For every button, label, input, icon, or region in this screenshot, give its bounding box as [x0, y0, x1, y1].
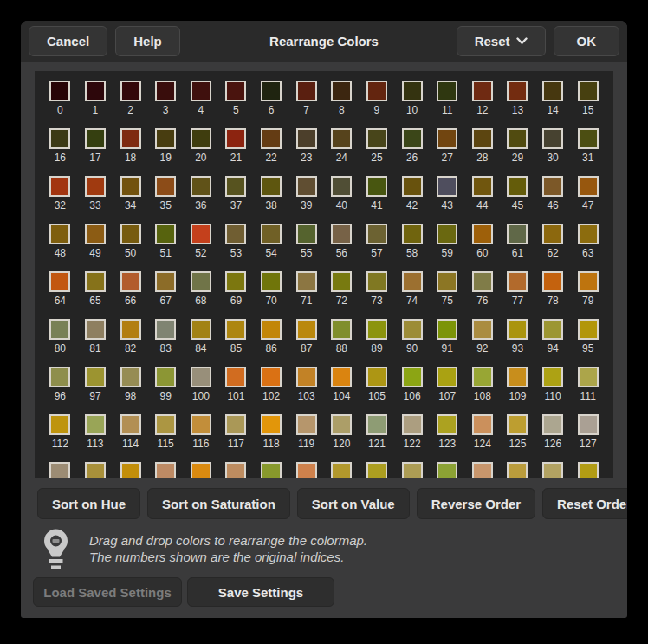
color-swatch-7[interactable] [296, 81, 317, 101]
color-swatch-64[interactable] [49, 271, 70, 292]
color-swatch-81[interactable] [85, 319, 106, 340]
color-swatch-59[interactable] [437, 224, 457, 244]
color-swatch-139[interactable] [437, 462, 457, 478]
color-swatch-66[interactable] [120, 271, 141, 292]
color-swatch-16[interactable] [49, 128, 70, 149]
sort-on-value-button[interactable]: Sort on Value [297, 488, 410, 519]
color-swatch-51[interactable] [155, 224, 176, 244]
color-swatch-12[interactable] [472, 81, 493, 101]
color-swatch-32[interactable] [49, 176, 70, 197]
color-swatch-0[interactable] [49, 81, 70, 101]
color-swatch-74[interactable] [402, 271, 423, 292]
color-swatch-85[interactable] [225, 319, 246, 340]
color-swatch-6[interactable] [261, 81, 282, 101]
color-swatch-83[interactable] [155, 319, 176, 340]
color-swatch-75[interactable] [437, 271, 457, 292]
color-swatch-116[interactable] [191, 414, 211, 435]
color-swatch-126[interactable] [542, 414, 563, 435]
color-swatch-52[interactable] [191, 224, 211, 244]
color-swatch-122[interactable] [402, 414, 423, 435]
color-swatch-69[interactable] [225, 271, 246, 292]
ok-button[interactable]: OK [554, 26, 620, 56]
color-swatch-19[interactable] [155, 128, 176, 149]
color-swatch-123[interactable] [437, 414, 457, 435]
color-swatch-96[interactable] [49, 367, 70, 387]
help-button[interactable]: Help [115, 26, 180, 56]
color-swatch-47[interactable] [578, 176, 599, 197]
color-swatch-8[interactable] [331, 81, 352, 101]
color-swatch-125[interactable] [507, 414, 528, 435]
color-swatch-118[interactable] [261, 414, 282, 435]
color-swatch-65[interactable] [85, 271, 106, 292]
color-swatch-138[interactable] [402, 462, 423, 478]
color-swatch-90[interactable] [402, 319, 423, 340]
color-swatch-71[interactable] [296, 271, 317, 292]
color-swatch-5[interactable] [225, 81, 246, 101]
color-swatch-38[interactable] [261, 176, 282, 197]
color-swatch-31[interactable] [578, 128, 599, 149]
color-swatch-87[interactable] [296, 319, 317, 340]
color-swatch-129[interactable] [85, 462, 106, 478]
color-swatch-103[interactable] [296, 367, 317, 387]
reset-order-button[interactable]: Reset Order [542, 488, 627, 519]
color-swatch-43[interactable] [437, 176, 457, 197]
color-swatch-23[interactable] [296, 128, 317, 149]
color-swatch-106[interactable] [402, 367, 423, 387]
color-swatch-44[interactable] [472, 176, 493, 197]
color-swatch-89[interactable] [366, 319, 387, 340]
sort-on-saturation-button[interactable]: Sort on Saturation [147, 488, 290, 519]
color-swatch-143[interactable] [578, 462, 599, 478]
color-swatch-46[interactable] [542, 176, 563, 197]
color-swatch-14[interactable] [542, 81, 563, 101]
color-swatch-11[interactable] [437, 81, 457, 101]
color-swatch-58[interactable] [402, 224, 423, 244]
color-swatch-20[interactable] [191, 128, 211, 149]
color-swatch-80[interactable] [49, 319, 70, 340]
color-swatch-68[interactable] [191, 271, 211, 292]
color-swatch-54[interactable] [261, 224, 282, 244]
color-swatch-95[interactable] [578, 319, 599, 340]
color-swatch-60[interactable] [472, 224, 493, 244]
color-swatch-93[interactable] [507, 319, 528, 340]
color-swatch-91[interactable] [437, 319, 457, 340]
color-swatch-34[interactable] [120, 176, 141, 197]
color-swatch-2[interactable] [120, 81, 141, 101]
color-swatch-128[interactable] [49, 462, 70, 478]
color-swatch-98[interactable] [120, 367, 141, 387]
color-swatch-115[interactable] [155, 414, 176, 435]
load-saved-settings-button[interactable]: Load Saved Settings [33, 577, 182, 607]
color-swatch-73[interactable] [366, 271, 387, 292]
color-swatch-25[interactable] [366, 128, 387, 149]
color-swatch-127[interactable] [578, 414, 599, 435]
color-swatch-78[interactable] [542, 271, 563, 292]
color-swatch-135[interactable] [296, 462, 317, 478]
color-swatch-110[interactable] [542, 367, 563, 387]
color-swatch-137[interactable] [366, 462, 387, 478]
color-swatch-50[interactable] [120, 224, 141, 244]
color-swatch-105[interactable] [366, 367, 387, 387]
color-swatch-55[interactable] [296, 224, 317, 244]
color-swatch-142[interactable] [542, 462, 563, 478]
color-swatch-120[interactable] [331, 414, 352, 435]
color-swatch-97[interactable] [85, 367, 106, 387]
color-swatch-26[interactable] [402, 128, 423, 149]
color-swatch-136[interactable] [331, 462, 352, 478]
color-swatch-141[interactable] [507, 462, 528, 478]
color-swatch-112[interactable] [49, 414, 70, 435]
color-swatch-132[interactable] [191, 462, 211, 478]
color-swatch-3[interactable] [155, 81, 176, 101]
color-swatch-88[interactable] [331, 319, 352, 340]
color-swatch-30[interactable] [542, 128, 563, 149]
color-swatch-29[interactable] [507, 128, 528, 149]
sort-on-hue-button[interactable]: Sort on Hue [37, 488, 140, 519]
color-swatch-102[interactable] [261, 367, 282, 387]
color-swatch-22[interactable] [261, 128, 282, 149]
color-swatch-21[interactable] [225, 128, 246, 149]
color-swatch-13[interactable] [507, 81, 528, 101]
color-swatch-4[interactable] [191, 81, 211, 101]
color-swatch-140[interactable] [472, 462, 493, 478]
color-swatch-72[interactable] [331, 271, 352, 292]
reverse-order-button[interactable]: Reverse Order [417, 488, 535, 519]
color-swatch-33[interactable] [85, 176, 106, 197]
color-swatch-94[interactable] [542, 319, 563, 340]
